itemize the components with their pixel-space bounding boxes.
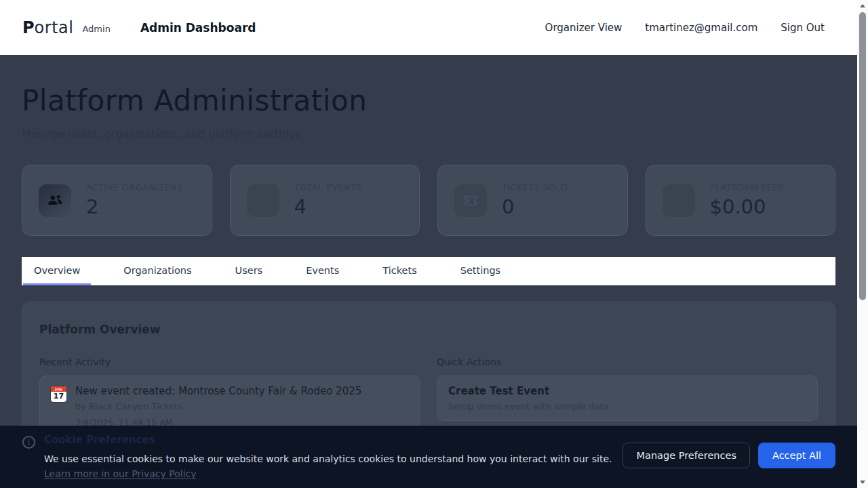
people-icon (39, 184, 71, 217)
header-nav: Organizer View tmartinez@gmail.com Sign … (545, 22, 825, 34)
header-title: Admin Dashboard (140, 21, 256, 35)
activity-organizer: by Black Canyon Tickets (75, 401, 361, 411)
recent-activity-heading: Recent Activity (39, 357, 420, 367)
action-title: Create Test Event (448, 385, 806, 397)
scroll-up-arrow-icon[interactable] (860, 4, 865, 7)
quick-actions-heading: Quick Actions (437, 357, 818, 367)
scrollbar-thumb[interactable] (859, 12, 866, 300)
info-icon: i (22, 436, 35, 449)
tab-settings[interactable]: Settings (450, 257, 511, 285)
manage-preferences-button[interactable]: Manage Preferences (623, 443, 750, 468)
cookie-banner-message: We use essential cookies to make our web… (44, 451, 623, 482)
tab-events[interactable]: Events (295, 257, 350, 285)
section-title: Platform Overview (39, 323, 818, 336)
user-email: tmartinez@gmail.com (645, 22, 757, 34)
stat-card-active-organizers: ACTIVE ORGANIZERS 2 (22, 165, 212, 236)
stat-card-platform-fees: PLATFORM FEES $0.00 (646, 165, 836, 236)
tab-tickets[interactable]: Tickets (372, 257, 427, 285)
blank-tile-icon (663, 184, 695, 217)
cookie-banner-heading: Cookie Preferences (44, 434, 623, 446)
stats-row: ACTIVE ORGANIZERS 2 TOTAL EVENTS 4 TICKE… (22, 165, 835, 236)
admin-tabbar: Overview Organizations Users Events Tick… (22, 257, 835, 285)
activity-title: New event created: Montrose County Fair … (75, 385, 361, 397)
stat-card-tickets-sold: TICKETS SOLD 0 (437, 165, 628, 236)
stat-label: TICKETS SOLD (502, 182, 568, 192)
vertical-scrollbar[interactable] (857, 0, 868, 488)
stat-card-total-events: TOTAL EVENTS 4 (230, 165, 420, 236)
stat-value: 2 (86, 195, 182, 218)
ticket-icon (454, 184, 487, 217)
sign-out-link[interactable]: Sign Out (781, 22, 825, 34)
action-subtitle: Setup demo event with sample data (448, 401, 806, 411)
main-content: Platform Administration Manage users, or… (0, 55, 868, 488)
organizer-view-link[interactable]: Organizer View (545, 22, 623, 34)
cookie-consent-banner: i Cookie Preferences We use essential co… (0, 426, 868, 488)
page-title: Platform Administration (22, 84, 835, 117)
top-header: Portal Admin Admin Dashboard Organizer V… (0, 0, 857, 55)
accept-all-button[interactable]: Accept All (758, 443, 835, 468)
tab-overview[interactable]: Overview (23, 257, 91, 285)
scroll-down-arrow-icon[interactable] (860, 481, 865, 484)
create-test-event-button[interactable]: Create Test Event Setup demo event with … (437, 375, 818, 421)
page-subtitle: Manage users, organizations, and platfor… (22, 127, 835, 140)
privacy-policy-link[interactable]: Learn more in our Privacy Policy (44, 468, 197, 479)
stat-label: ACTIVE ORGANIZERS (86, 182, 182, 192)
tab-users[interactable]: Users (224, 257, 274, 285)
blank-tile-icon (247, 184, 279, 217)
stat-value: 0 (502, 195, 568, 218)
admin-badge: Admin (82, 24, 110, 34)
stat-value: 4 (294, 195, 362, 218)
stat-value: $0.00 (710, 195, 784, 218)
stat-label: PLATFORM FEES (710, 182, 784, 192)
stat-label: TOTAL EVENTS (294, 182, 362, 192)
tab-organizations[interactable]: Organizations (113, 257, 202, 285)
calendar-icon: July 17 (51, 386, 66, 402)
portal-logo[interactable]: Portal (22, 18, 73, 37)
